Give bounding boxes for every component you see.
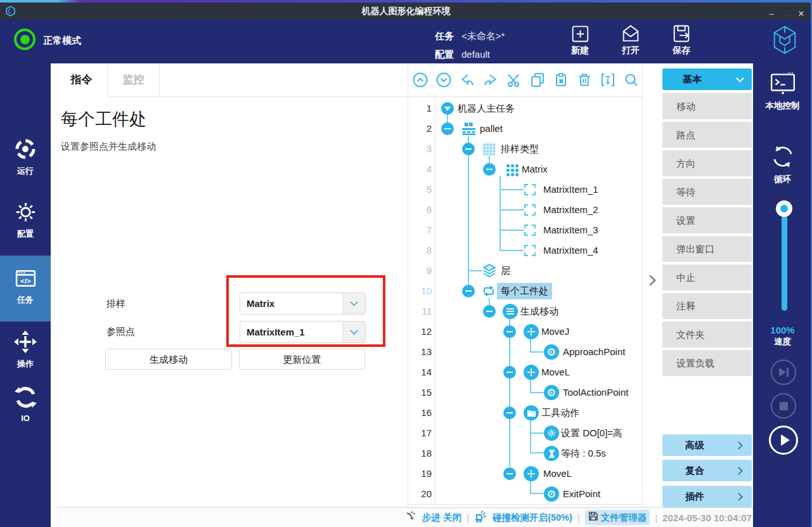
- tree-row[interactable]: 5 MatrixItem_1: [408, 179, 643, 200]
- tree-row[interactable]: 19 MoveL: [408, 464, 643, 484]
- command-item-move[interactable]: 移动: [662, 93, 752, 119]
- tree-row[interactable]: 16 工具动作: [408, 403, 643, 423]
- generate-move-button[interactable]: 生成移动: [105, 349, 232, 370]
- matrix-item-icon: [524, 204, 536, 216]
- matrix-grid-icon: [505, 163, 519, 176]
- line-number: 14: [408, 362, 432, 382]
- sidebar-item-operate[interactable]: 操作: [0, 330, 51, 370]
- collapse-icon[interactable]: [441, 102, 454, 115]
- tab-instruction[interactable]: 指令: [56, 63, 108, 97]
- step-mode-status[interactable]: 步进 关闭: [422, 512, 461, 524]
- command-item-set-payload[interactable]: 设置负载: [662, 350, 752, 376]
- left-nav-sidebar: 运行 配置 </> 任务 操作 IO: [0, 63, 51, 527]
- tree-row[interactable]: 8 MatrixItem_4: [408, 240, 643, 261]
- tree-row[interactable]: 17 设置 DO[0]=高: [408, 423, 643, 443]
- update-position-button[interactable]: 更新位置: [239, 349, 365, 370]
- command-item-abort[interactable]: 中止: [662, 264, 752, 290]
- chevron-down-icon[interactable]: [342, 293, 365, 314]
- command-category-advanced[interactable]: 高级: [662, 434, 752, 456]
- collapse-icon[interactable]: [462, 143, 475, 155]
- reference-point-select[interactable]: MatrixItem_1: [240, 321, 366, 343]
- step-forward-button[interactable]: [771, 360, 796, 385]
- collapse-icon[interactable]: [483, 305, 496, 318]
- command-item-waypoint[interactable]: 路点: [662, 122, 752, 148]
- collapse-icon[interactable]: [503, 467, 516, 480]
- save-task-button[interactable]: 保存: [659, 22, 704, 56]
- tree-row[interactable]: 4 Matrix: [408, 159, 643, 179]
- tree-row[interactable]: 7 MatrixItem_3: [408, 220, 643, 240]
- paste-icon[interactable]: [553, 72, 569, 88]
- step-mode-icon: [406, 511, 417, 524]
- command-item-comment[interactable]: 注释: [662, 293, 752, 319]
- undo-icon[interactable]: [459, 72, 475, 88]
- collapse-icon[interactable]: [462, 285, 475, 297]
- tree-row[interactable]: 3 排样类型: [408, 139, 643, 159]
- command-item-wait[interactable]: 等待: [662, 179, 752, 205]
- line-number: 18: [408, 443, 432, 464]
- folder-icon: [524, 405, 539, 420]
- cut-icon[interactable]: [506, 72, 522, 88]
- speed-slider-track[interactable]: [782, 204, 787, 311]
- tree-row[interactable]: 12 MoveJ: [408, 322, 643, 342]
- command-category-composite[interactable]: 复合: [662, 460, 752, 481]
- insert-icon[interactable]: [600, 72, 616, 88]
- tree-row tree-row-selected[interactable]: 10 每个工件处: [408, 281, 643, 301]
- command-category-basic[interactable]: 基本: [662, 68, 752, 90]
- search-icon[interactable]: [623, 72, 640, 88]
- command-item-direction[interactable]: 方向: [662, 150, 752, 176]
- collapse-icon[interactable]: [441, 122, 454, 135]
- open-task-button[interactable]: 打开: [609, 22, 653, 56]
- speed-slider-thumb[interactable]: [776, 200, 792, 217]
- pattern-select[interactable]: Matrix: [240, 292, 366, 315]
- tree-row[interactable]: 1 机器人主任务: [408, 98, 643, 119]
- tree-row[interactable]: 2 pallet: [408, 119, 643, 139]
- line-number: 7: [408, 220, 432, 240]
- loop-mode-button[interactable]: 循环: [753, 143, 812, 185]
- sidebar-item-config[interactable]: 配置: [0, 200, 51, 240]
- tree-row[interactable]: 20 ExitPoint: [408, 484, 643, 504]
- delete-icon[interactable]: [576, 72, 593, 88]
- collision-detect-status[interactable]: 碰撞检测开启(50%): [493, 512, 572, 524]
- maximize-button[interactable]: [785, 10, 790, 16]
- new-task-button[interactable]: 新建: [558, 22, 602, 56]
- sidebar-item-run[interactable]: 运行: [0, 137, 51, 177]
- command-item-folder[interactable]: 文件夹: [662, 322, 752, 348]
- close-button[interactable]: ✕: [794, 5, 808, 22]
- chevron-down-icon[interactable]: [342, 322, 365, 342]
- collision-detect-icon: [474, 510, 487, 525]
- sidebar-item-task[interactable]: </> 任务: [0, 256, 51, 322]
- line-number: 13: [408, 342, 432, 362]
- tree-row[interactable]: 9 层: [408, 261, 643, 281]
- tree-row[interactable]: 18 等待 : 0.5s: [408, 443, 643, 464]
- skip-icon: [779, 368, 789, 377]
- local-control-button[interactable]: 本地控制: [753, 71, 812, 112]
- tree-row[interactable]: 15 ToolActionPoint: [408, 382, 643, 403]
- line-number: 10: [408, 281, 432, 301]
- tree-row[interactable]: 11 生成移动: [408, 301, 643, 322]
- tree-row[interactable]: 14 MoveL: [408, 362, 643, 382]
- tab-monitor[interactable]: 监控: [108, 63, 160, 96]
- sidebar-item-io[interactable]: IO: [0, 386, 51, 423]
- move-down-icon[interactable]: [435, 72, 452, 88]
- chevron-right-icon: [735, 467, 743, 475]
- tree-row[interactable]: 6 MatrixItem_2: [408, 200, 643, 220]
- collapse-icon[interactable]: [483, 163, 496, 176]
- command-category-plugin[interactable]: 插件: [662, 486, 752, 507]
- tree-row[interactable]: 13 ApproachPoint: [408, 342, 643, 362]
- panel-splitter[interactable]: [643, 63, 661, 507]
- copy-icon[interactable]: [529, 72, 546, 88]
- move-command-icon: [524, 365, 539, 380]
- collapse-icon[interactable]: [503, 407, 516, 419]
- command-item-popup[interactable]: 弹出窗口: [662, 236, 752, 262]
- file-manager-button[interactable]: 文件管理器: [585, 510, 650, 525]
- page-subtitle: 设置参照点并生成移动: [61, 141, 156, 153]
- command-item-set[interactable]: 设置: [662, 207, 752, 233]
- minimize-button[interactable]: –: [764, 5, 778, 22]
- move-up-icon[interactable]: [412, 72, 429, 88]
- top-toolbar: 正常模式 任务 <未命名>* 配置 default 新建 打开 保存: [0, 20, 812, 63]
- stop-button[interactable]: [771, 393, 796, 419]
- collapse-icon[interactable]: [503, 325, 516, 338]
- play-button[interactable]: [769, 426, 798, 455]
- collapse-icon[interactable]: [503, 366, 516, 379]
- redo-icon[interactable]: [482, 72, 499, 88]
